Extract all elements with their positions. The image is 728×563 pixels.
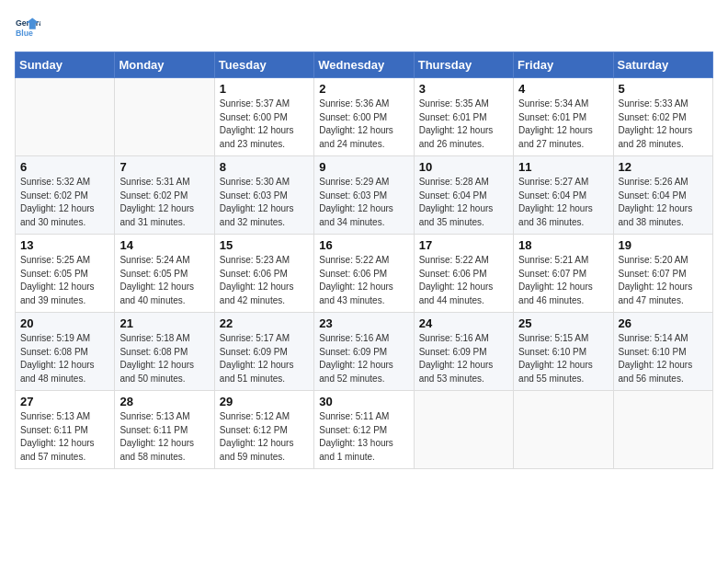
day-number: 25 [518,316,608,330]
day-header-friday: Friday [514,52,613,78]
day-detail: Sunrise: 5:22 AM Sunset: 6:06 PM Dayligh… [319,254,408,307]
day-number: 12 [619,160,708,174]
calendar: SundayMondayTuesdayWednesdayThursdayFrid… [15,52,713,469]
day-number: 6 [20,160,109,174]
calendar-cell [613,391,712,469]
calendar-cell: 2Sunrise: 5:36 AM Sunset: 6:00 PM Daylig… [314,78,414,156]
day-detail: Sunrise: 5:11 AM Sunset: 6:12 PM Dayligh… [319,410,408,464]
logo-icon: General Blue [15,15,40,40]
day-detail: Sunrise: 5:25 AM Sunset: 6:05 PM Dayligh… [20,254,109,307]
day-detail: Sunrise: 5:14 AM Sunset: 6:10 PM Dayligh… [619,332,708,385]
day-number: 9 [319,160,408,174]
calendar-cell: 26Sunrise: 5:14 AM Sunset: 6:10 PM Dayli… [613,313,712,391]
day-number: 27 [20,395,109,408]
calendar-cell [414,391,513,469]
calendar-cell: 7Sunrise: 5:31 AM Sunset: 6:02 PM Daylig… [115,156,214,235]
calendar-cell: 15Sunrise: 5:23 AM Sunset: 6:06 PM Dayli… [214,235,313,313]
day-detail: Sunrise: 5:28 AM Sunset: 6:04 PM Dayligh… [419,176,508,229]
day-header-wednesday: Wednesday [314,52,414,78]
calendar-cell [514,391,613,469]
day-number: 21 [119,316,209,330]
day-detail: Sunrise: 5:33 AM Sunset: 6:02 PM Dayligh… [619,98,708,151]
day-number: 28 [119,395,209,408]
calendar-cell: 19Sunrise: 5:20 AM Sunset: 6:07 PM Dayli… [613,235,712,313]
day-detail: Sunrise: 5:32 AM Sunset: 6:02 PM Dayligh… [20,176,109,229]
calendar-cell: 22Sunrise: 5:17 AM Sunset: 6:09 PM Dayli… [214,313,313,391]
day-number: 23 [319,316,408,330]
day-number: 2 [319,82,408,96]
calendar-cell: 20Sunrise: 5:19 AM Sunset: 6:08 PM Dayli… [16,313,115,391]
day-header-sunday: Sunday [16,52,115,78]
day-number: 18 [518,238,608,252]
calendar-cell: 12Sunrise: 5:26 AM Sunset: 6:04 PM Dayli… [613,156,712,235]
day-number: 17 [419,238,508,252]
calendar-cell: 24Sunrise: 5:16 AM Sunset: 6:09 PM Dayli… [414,313,513,391]
day-header-thursday: Thursday [414,52,513,78]
day-number: 29 [220,395,309,408]
page-header: General Blue [15,15,713,40]
day-header-tuesday: Tuesday [214,52,313,78]
day-detail: Sunrise: 5:35 AM Sunset: 6:01 PM Dayligh… [419,98,508,151]
calendar-cell: 30Sunrise: 5:11 AM Sunset: 6:12 PM Dayli… [314,391,414,469]
day-detail: Sunrise: 5:17 AM Sunset: 6:09 PM Dayligh… [220,332,309,385]
day-detail: Sunrise: 5:13 AM Sunset: 6:11 PM Dayligh… [119,410,209,464]
calendar-cell: 29Sunrise: 5:12 AM Sunset: 6:12 PM Dayli… [214,391,313,469]
week-row-2: 6Sunrise: 5:32 AM Sunset: 6:02 PM Daylig… [16,156,713,235]
week-row-4: 20Sunrise: 5:19 AM Sunset: 6:08 PM Dayli… [16,313,713,391]
day-detail: Sunrise: 5:27 AM Sunset: 6:04 PM Dayligh… [518,176,608,229]
day-number: 8 [220,160,309,174]
day-detail: Sunrise: 5:19 AM Sunset: 6:08 PM Dayligh… [20,332,109,385]
calendar-cell: 6Sunrise: 5:32 AM Sunset: 6:02 PM Daylig… [16,156,115,235]
day-number: 11 [518,160,608,174]
day-number: 19 [619,238,708,252]
calendar-cell: 17Sunrise: 5:22 AM Sunset: 6:06 PM Dayli… [414,235,513,313]
calendar-cell: 25Sunrise: 5:15 AM Sunset: 6:10 PM Dayli… [514,313,613,391]
day-detail: Sunrise: 5:29 AM Sunset: 6:03 PM Dayligh… [319,176,408,229]
day-detail: Sunrise: 5:26 AM Sunset: 6:04 PM Dayligh… [619,176,708,229]
calendar-cell: 10Sunrise: 5:28 AM Sunset: 6:04 PM Dayli… [414,156,513,235]
day-header-saturday: Saturday [613,52,712,78]
logo: General Blue [15,15,46,40]
day-detail: Sunrise: 5:15 AM Sunset: 6:10 PM Dayligh… [518,332,608,385]
day-header-monday: Monday [115,52,214,78]
day-detail: Sunrise: 5:36 AM Sunset: 6:00 PM Dayligh… [319,98,408,151]
day-number: 3 [419,82,508,96]
day-detail: Sunrise: 5:12 AM Sunset: 6:12 PM Dayligh… [220,410,309,464]
day-detail: Sunrise: 5:37 AM Sunset: 6:00 PM Dayligh… [220,98,309,151]
day-number: 15 [220,238,309,252]
day-number: 5 [619,82,708,96]
calendar-cell [115,78,214,156]
calendar-cell: 8Sunrise: 5:30 AM Sunset: 6:03 PM Daylig… [214,156,313,235]
week-row-5: 27Sunrise: 5:13 AM Sunset: 6:11 PM Dayli… [16,391,713,469]
calendar-cell: 9Sunrise: 5:29 AM Sunset: 6:03 PM Daylig… [314,156,414,235]
calendar-cell: 5Sunrise: 5:33 AM Sunset: 6:02 PM Daylig… [613,78,712,156]
svg-text:Blue: Blue [16,29,33,38]
day-detail: Sunrise: 5:13 AM Sunset: 6:11 PM Dayligh… [20,410,109,464]
calendar-cell: 13Sunrise: 5:25 AM Sunset: 6:05 PM Dayli… [16,235,115,313]
day-number: 7 [119,160,209,174]
day-number: 24 [419,316,508,330]
day-detail: Sunrise: 5:18 AM Sunset: 6:08 PM Dayligh… [119,332,209,385]
day-number: 13 [20,238,109,252]
day-detail: Sunrise: 5:16 AM Sunset: 6:09 PM Dayligh… [419,332,508,385]
day-number: 22 [220,316,309,330]
week-row-3: 13Sunrise: 5:25 AM Sunset: 6:05 PM Dayli… [16,235,713,313]
calendar-cell: 21Sunrise: 5:18 AM Sunset: 6:08 PM Dayli… [115,313,214,391]
calendar-cell: 16Sunrise: 5:22 AM Sunset: 6:06 PM Dayli… [314,235,414,313]
day-detail: Sunrise: 5:21 AM Sunset: 6:07 PM Dayligh… [518,254,608,307]
day-detail: Sunrise: 5:31 AM Sunset: 6:02 PM Dayligh… [119,176,209,229]
calendar-cell: 18Sunrise: 5:21 AM Sunset: 6:07 PM Dayli… [514,235,613,313]
day-detail: Sunrise: 5:16 AM Sunset: 6:09 PM Dayligh… [319,332,408,385]
calendar-cell: 4Sunrise: 5:34 AM Sunset: 6:01 PM Daylig… [514,78,613,156]
day-detail: Sunrise: 5:22 AM Sunset: 6:06 PM Dayligh… [419,254,508,307]
week-row-1: 1Sunrise: 5:37 AM Sunset: 6:00 PM Daylig… [16,78,713,156]
svg-text:General: General [16,18,40,28]
calendar-cell: 28Sunrise: 5:13 AM Sunset: 6:11 PM Dayli… [115,391,214,469]
day-detail: Sunrise: 5:24 AM Sunset: 6:05 PM Dayligh… [119,254,209,307]
day-number: 26 [619,316,708,330]
day-number: 1 [220,82,309,96]
day-number: 30 [319,395,408,408]
day-number: 10 [419,160,508,174]
day-detail: Sunrise: 5:23 AM Sunset: 6:06 PM Dayligh… [220,254,309,307]
calendar-cell: 27Sunrise: 5:13 AM Sunset: 6:11 PM Dayli… [16,391,115,469]
